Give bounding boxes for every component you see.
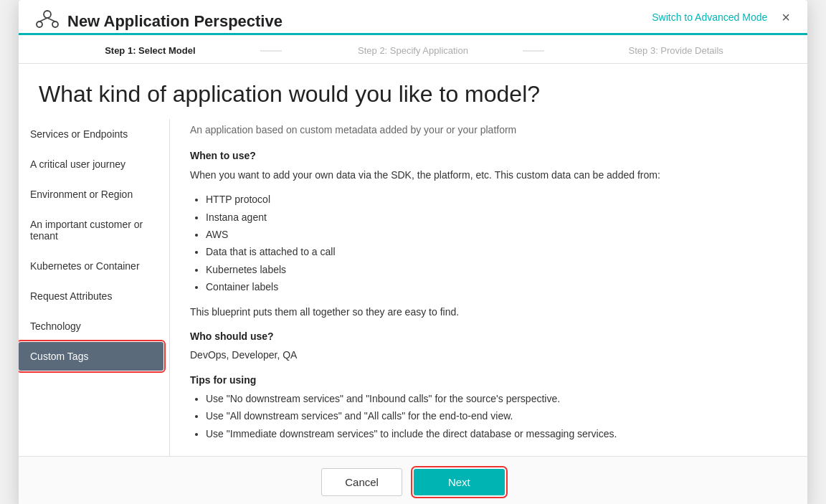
step-3[interactable]: Step 3: Provide Details	[544, 45, 807, 56]
when-to-use-list: HTTP protocol Instana agent AWS Data tha…	[190, 191, 782, 295]
svg-line-4	[47, 18, 55, 22]
sidebar-item-technology[interactable]: Technology	[19, 312, 163, 341]
list-item: Use "Immediate downstream services" to i…	[206, 426, 782, 442]
when-to-use-title: When to use?	[190, 148, 782, 163]
list-item: HTTP protocol	[206, 191, 782, 207]
modal-header-right: Switch to Advanced Mode ×	[652, 10, 790, 33]
list-item: Data that is attached to a call	[206, 244, 782, 260]
list-item: Kubernetes labels	[206, 262, 782, 277]
list-item: Use "No downstream services" and "Inboun…	[206, 391, 782, 406]
modal-title: New Application Perspective	[67, 12, 283, 31]
list-item: Use "All downstream services" and "All c…	[206, 408, 782, 424]
who-should-use-title: Who should use?	[190, 328, 782, 344]
cancel-button[interactable]: Cancel	[321, 468, 402, 496]
sidebar-item-custom-tags[interactable]: Custom Tags	[19, 342, 163, 371]
main-heading: What kind of application would you like …	[19, 64, 807, 119]
list-item: Container labels	[206, 279, 782, 295]
info-intro: An application based on custom metadata …	[190, 122, 782, 138]
svg-line-3	[39, 18, 47, 22]
modal-header: New Application Perspective Switch to Ad…	[19, 0, 807, 35]
who-should-use-text: DevOps, Developer, QA	[190, 347, 782, 363]
list-item: Instana agent	[206, 209, 782, 225]
step-2[interactable]: Step 2: Specify Application	[282, 45, 545, 56]
blueprint-text: This blueprint puts them all together so…	[190, 304, 782, 320]
switch-mode-link[interactable]: Switch to Advanced Mode	[652, 11, 767, 23]
modal-header-left: New Application Perspective	[36, 10, 283, 33]
svg-point-1	[37, 22, 42, 27]
sidebar-item-important-customer[interactable]: An important customer or tenant	[19, 210, 163, 250]
svg-point-2	[52, 22, 58, 27]
app-perspective-icon	[36, 10, 59, 33]
close-button[interactable]: ×	[782, 10, 790, 24]
info-panel: An application based on custom metadata …	[169, 119, 787, 456]
sidebar-item-kubernetes-container[interactable]: Kubernetes or Container	[19, 252, 163, 280]
sidebar-item-services-endpoints[interactable]: Services or Endpoints	[19, 120, 163, 148]
steps-bar: Step 1: Select Model Step 2: Specify App…	[19, 35, 807, 64]
sidebar-item-request-attributes[interactable]: Request Attributes	[19, 282, 163, 310]
step-1[interactable]: Step 1: Select Model	[19, 45, 282, 56]
sidebar: Services or Endpoints A critical user jo…	[19, 119, 169, 456]
content-area: Services or Endpoints A critical user jo…	[19, 119, 807, 456]
modal: New Application Perspective Switch to Ad…	[19, 0, 807, 504]
svg-point-0	[44, 11, 51, 18]
tips-list: Use "No downstream services" and "Inboun…	[190, 391, 782, 442]
sidebar-item-environment-region[interactable]: Environment or Region	[19, 180, 163, 209]
next-button[interactable]: Next	[414, 469, 505, 495]
when-to-use-text: When you want to add your own data via t…	[190, 167, 782, 183]
sidebar-item-critical-user-journey[interactable]: A critical user journey	[19, 150, 163, 179]
list-item: AWS	[206, 227, 782, 242]
tips-title: Tips for using	[190, 372, 782, 388]
modal-footer: Cancel Next	[19, 456, 807, 504]
